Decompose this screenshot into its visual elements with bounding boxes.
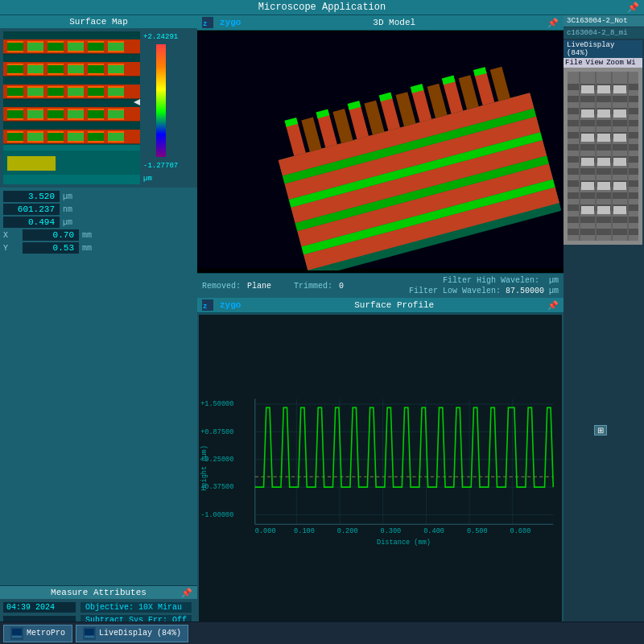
svg-rect-69	[7, 156, 56, 171]
svg-text:0.400: 0.400	[423, 527, 444, 535]
svg-text:Height (µm): Height (µm)	[200, 445, 208, 491]
svg-rect-27	[108, 65, 124, 73]
live-display-label: LiveDisplay (84%)	[99, 629, 181, 638]
measurement-row-x: X 0.70 mm	[3, 229, 194, 241]
svg-rect-13	[88, 43, 104, 51]
live-display-title: LiveDisplay (84%)	[567, 41, 639, 57]
svg-rect-167	[581, 134, 594, 142]
trimmed-label: Trimmed:	[294, 282, 332, 291]
measurement-row-2: 601.237 nm	[3, 204, 194, 215]
svg-rect-168	[597, 134, 610, 142]
center-panel: z zygo 3D Model 📌	[197, 15, 564, 642]
svg-rect-164	[581, 109, 594, 118]
svg-text:0.200: 0.200	[337, 527, 358, 535]
metropro-label: MetroPro	[27, 629, 65, 638]
svg-rect-40	[108, 88, 124, 96]
svg-rect-26	[88, 65, 104, 73]
svg-rect-66	[108, 133, 124, 141]
svg-rect-173	[581, 182, 594, 190]
live-display-menu: File View Zoom Wi	[564, 58, 642, 68]
menu-wi[interactable]: Wi	[627, 59, 636, 67]
measurement-row-3: 0.494 µm	[3, 217, 194, 228]
svg-rect-51	[68, 110, 84, 118]
svg-rect-9	[7, 43, 23, 51]
right-tabs: 3C163004-2_Not c163004-2_8_mi	[564, 15, 644, 39]
measurement-unit-2: nm	[63, 205, 87, 214]
zygo-logo-profile: zygo	[220, 300, 241, 310]
colormap-area: +2.24291	[0, 28, 197, 188]
pin-icon[interactable]: 📌	[627, 2, 639, 14]
svg-rect-61	[7, 133, 23, 141]
svg-rect-62	[27, 133, 43, 141]
x-unit: mm	[82, 231, 106, 240]
filter-low-unit: µm	[549, 287, 559, 295]
svg-rect-12	[68, 43, 84, 51]
right-tab-1[interactable]: c163004-2_8_mi	[564, 27, 644, 39]
profile-pin[interactable]: 📌	[547, 300, 559, 311]
live-display-panel: LiveDisplay (84%) File View Zoom Wi	[564, 40, 642, 245]
surface-map-header: Surface Map	[0, 15, 197, 28]
svg-rect-11	[47, 43, 64, 51]
model-3d-pin[interactable]: 📌	[547, 18, 559, 28]
svg-rect-10	[27, 43, 43, 51]
svg-rect-25	[68, 65, 84, 73]
measure-attributes-header: Measure Attributes 📌	[0, 586, 197, 599]
profile-title: Surface Profile	[247, 300, 541, 310]
live-display-taskbar-btn[interactable]: LiveDisplay (84%)	[76, 625, 188, 642]
measurements-panel: 3.520 µm 601.237 nm 0.494 µm X 0.70 mm Y…	[0, 188, 197, 257]
svg-text:0.300: 0.300	[381, 527, 402, 535]
colorscale-max: +2.24291	[143, 33, 178, 41]
svg-rect-184	[85, 636, 94, 638]
svg-rect-39	[88, 88, 104, 96]
model-3d-display	[197, 31, 564, 270]
surface-map-title: Surface Map	[69, 17, 128, 27]
y-value: 0.53	[23, 242, 79, 254]
svg-rect-169	[613, 134, 626, 142]
menu-file[interactable]: File	[565, 59, 583, 67]
svg-rect-166	[613, 109, 626, 118]
filter-row: Removed: Plane Trimmed: 0 Filter High Wa…	[197, 273, 564, 298]
svg-text:0.100: 0.100	[294, 527, 315, 535]
svg-rect-171	[597, 158, 610, 166]
right-tab-0[interactable]: 3C163004-2_Not	[564, 15, 644, 27]
measure-attributes-title: Measure Attributes	[51, 588, 147, 597]
svg-rect-178	[613, 206, 626, 214]
objective-value: 10X Mirau	[138, 603, 182, 612]
filter-low-value: 87.50000	[506, 287, 544, 295]
profile-chart: +1.50000 +0.87500 +0.25000 -0.37500 -1.0…	[199, 315, 562, 621]
metropro-taskbar-btn[interactable]: MetroPro	[3, 625, 72, 642]
svg-rect-49	[27, 110, 43, 118]
main-layout: Surface Map	[0, 15, 644, 642]
svg-rect-35	[7, 88, 23, 96]
right-panel: 3C163004-2_Not c163004-2_8_mi LiveDispla…	[564, 15, 644, 642]
filter-high-unit: µm	[549, 276, 559, 285]
filter-right: Filter High Wavelen: µm Filter Low Wavel…	[409, 276, 559, 295]
colorscale-min: -1.27707	[143, 162, 178, 170]
svg-rect-170	[581, 158, 594, 166]
menu-view[interactable]: View	[586, 59, 604, 67]
svg-rect-172	[613, 158, 626, 166]
svg-rect-63	[47, 133, 64, 141]
svg-rect-37	[47, 88, 64, 96]
objective-label: Objective:	[85, 603, 134, 612]
measurement-value-1: 3.520	[3, 191, 60, 202]
measure-attr-pin-icon[interactable]: 📌	[181, 588, 192, 598]
svg-rect-176	[581, 206, 594, 214]
expand-button[interactable]: ⊞	[594, 425, 607, 436]
svg-rect-165	[597, 109, 610, 118]
filter-left: Removed: Plane Trimmed: 0	[202, 282, 344, 291]
x-value: 0.70	[23, 229, 79, 241]
measurement-value-2: 601.237	[3, 204, 60, 215]
app-title: Microscope Application	[258, 2, 386, 13]
svg-rect-177	[597, 206, 610, 214]
menu-zoom[interactable]: Zoom	[606, 59, 624, 67]
svg-rect-14	[108, 43, 124, 51]
colormap-image	[3, 31, 140, 184]
svg-text:z: z	[203, 303, 207, 311]
svg-rect-50	[47, 110, 64, 118]
trimmed-value: 0	[339, 282, 344, 291]
svg-rect-180	[12, 629, 22, 635]
svg-rect-162	[597, 85, 610, 93]
svg-rect-76	[156, 44, 166, 157]
removed-label: Removed:	[202, 282, 241, 291]
